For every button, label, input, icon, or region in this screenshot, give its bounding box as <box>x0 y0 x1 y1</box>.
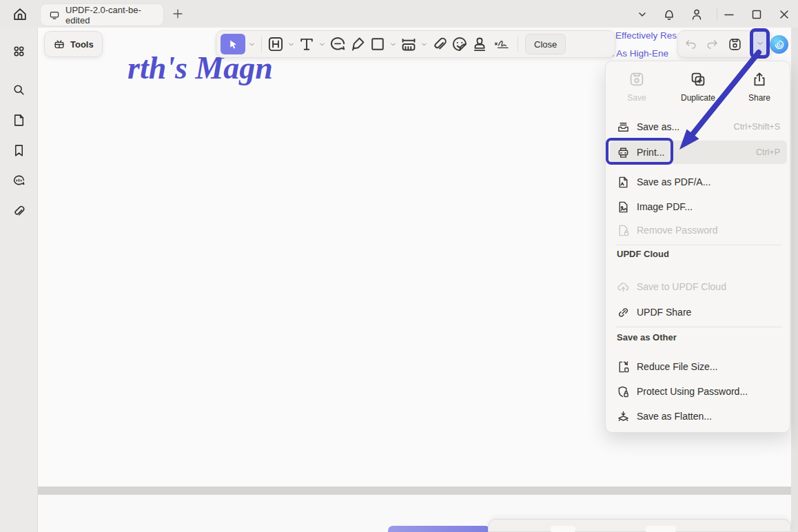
reduce-size-icon <box>617 360 630 374</box>
sidebar-bookmarks-button[interactable] <box>12 143 26 158</box>
menu-item-save-as[interactable]: Save as... Ctrl+Shift+S <box>610 115 787 139</box>
signature-icon <box>493 38 510 50</box>
toolbar-divider <box>261 37 262 52</box>
flatten-layers-icon <box>617 410 630 423</box>
new-tab-button[interactable] <box>172 8 184 20</box>
bottom-floating-panel[interactable] <box>488 519 791 532</box>
stamp-tool-button[interactable] <box>471 34 489 54</box>
menu-duplicate-action[interactable]: Duplicate <box>671 71 725 103</box>
sticker-tool-button[interactable] <box>451 34 469 54</box>
unlock-file-icon <box>617 224 630 237</box>
menu-duplicate-label: Duplicate <box>681 93 715 103</box>
menu-item-reduce-file-size[interactable]: Reduce File Size... <box>610 355 787 378</box>
redo-button[interactable] <box>706 37 719 51</box>
scrollbar-gutter[interactable] <box>791 26 798 532</box>
tools-label: Tools <box>70 39 94 50</box>
heading-tool-dropdown[interactable] <box>287 34 296 54</box>
titlebar-chevron-button[interactable] <box>635 8 649 21</box>
attachment-icon <box>431 35 449 53</box>
sticker-icon <box>451 35 469 53</box>
ai-assistant-button[interactable] <box>770 35 788 54</box>
close-toolbar-button[interactable]: Close <box>525 34 566 54</box>
measure-tool-button[interactable] <box>400 34 418 54</box>
tab-document-icon <box>49 10 60 21</box>
menu-item-protect-password[interactable]: Protect Using Password... <box>610 380 787 403</box>
close-label: Close <box>534 39 557 50</box>
select-tool-button[interactable] <box>221 34 245 54</box>
duplicate-icon <box>690 71 706 88</box>
measure-tool-dropdown[interactable] <box>420 34 429 54</box>
text-tool-dropdown[interactable] <box>318 34 327 54</box>
attach-tool-button[interactable] <box>431 34 449 54</box>
sidebar-search-button[interactable] <box>12 83 26 97</box>
user-icon <box>690 8 704 21</box>
signature-tool-button[interactable] <box>491 34 513 54</box>
doc-text-fragment-1: Effectively Res <box>615 30 677 41</box>
menu-item-image-pdf[interactable]: Image PDF... <box>610 195 787 218</box>
menu-section-updf-cloud: UPDF Cloud <box>617 249 669 259</box>
undo-button[interactable] <box>684 37 697 51</box>
menu-section-save-as-other: Save as Other <box>617 332 677 342</box>
tools-button[interactable]: Tools <box>44 31 103 57</box>
updf-app-window: rth's Magn Effectively Res ch As High-En… <box>0 0 798 532</box>
minimize-icon <box>722 8 736 21</box>
home-button[interactable] <box>12 6 28 23</box>
menu-share-action[interactable]: Share <box>733 71 786 103</box>
close-window-button[interactable] <box>777 8 791 21</box>
tools-icon <box>53 38 65 50</box>
plus-icon <box>172 8 184 20</box>
notifications-button[interactable] <box>662 8 676 21</box>
sidebar-apps-button[interactable] <box>12 44 26 59</box>
undo-icon <box>684 37 697 51</box>
save-dropdown-button-annotated[interactable] <box>750 28 770 59</box>
sidebar-comments-button[interactable] <box>12 174 26 188</box>
menu-item-save-as-flatten[interactable]: Save as Flatten... <box>610 405 787 428</box>
select-tool-dropdown[interactable] <box>247 34 256 54</box>
tab-title: UPDF-2.0-cant-be-edited <box>65 5 155 25</box>
heading-tool-button[interactable] <box>267 34 285 54</box>
maximize-button[interactable] <box>750 8 764 21</box>
menu-item-print[interactable]: Print... Ctrl+P <box>610 141 787 164</box>
share-icon <box>751 71 768 88</box>
sidebar-attachments-button[interactable] <box>12 204 26 218</box>
page-separator <box>38 487 791 495</box>
heading-icon <box>267 35 285 53</box>
menu-save-action: Save <box>610 71 664 103</box>
menu-item-save-as-pdfa[interactable]: Save as PDF/A... <box>610 170 787 194</box>
highlighter-tool-button[interactable] <box>349 34 367 54</box>
bottom-purple-button[interactable] <box>388 526 490 532</box>
comment-tool-button[interactable] <box>329 34 347 54</box>
shape-tool-dropdown[interactable] <box>389 34 398 54</box>
shape-tool-button[interactable] <box>369 34 387 54</box>
save-icon <box>728 37 742 52</box>
cursor-icon <box>227 39 239 50</box>
save-button[interactable] <box>728 37 742 52</box>
stamp-icon <box>471 35 489 53</box>
document-tab[interactable]: UPDF-2.0-cant-be-edited <box>40 3 164 26</box>
link-icon <box>617 306 630 319</box>
image-pdf-icon <box>617 201 630 214</box>
highlighter-icon <box>349 35 367 53</box>
ghost-control[interactable] <box>551 526 575 532</box>
minimize-button[interactable] <box>722 8 736 21</box>
ghost-control[interactable] <box>646 526 676 532</box>
comment-bubble-icon <box>329 35 347 53</box>
pdfa-file-icon <box>617 176 630 189</box>
text-tool-button[interactable] <box>298 34 316 54</box>
chevron-down-icon <box>635 8 649 21</box>
redo-icon <box>706 37 719 51</box>
menu-item-label: Remove Password <box>637 225 718 236</box>
menu-item-shortcut: Ctrl+P <box>756 147 780 157</box>
menu-save-label: Save <box>627 93 646 103</box>
bell-icon <box>662 8 676 21</box>
menu-share-label: Share <box>748 93 770 103</box>
sidebar-pages-button[interactable] <box>12 113 26 127</box>
account-button[interactable] <box>690 8 704 21</box>
chevron-down-icon <box>756 39 764 48</box>
menu-item-label: Reduce File Size... <box>637 361 718 372</box>
bookmark-icon <box>12 143 26 158</box>
grid-icon <box>12 44 26 59</box>
menu-item-save-to-cloud: Save to UPDF Cloud <box>610 275 787 298</box>
menu-item-label: Image PDF... <box>637 201 693 212</box>
menu-item-updf-share[interactable]: UPDF Share <box>610 300 787 324</box>
